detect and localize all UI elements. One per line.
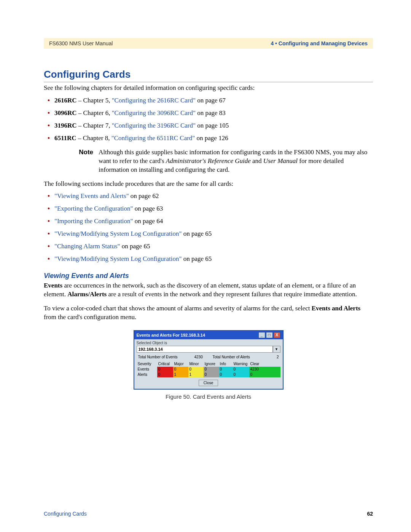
- ip-select[interactable]: 192.168.3.14: [137, 346, 273, 353]
- window-title: Events and Alerts For 192.168.3.14: [137, 333, 206, 337]
- card-list: 2616RC – Chapter 5, "Configuring the 261…: [44, 96, 373, 143]
- total-alerts-value: 2: [260, 354, 280, 360]
- note-body: Although this guide supplies basic infor…: [99, 148, 373, 174]
- dropdown-icon[interactable]: ▼: [273, 346, 280, 353]
- header-row: Severity Critical Major Minor Ignore Inf…: [137, 361, 280, 367]
- xref-link[interactable]: "Exporting the Configuration": [54, 205, 133, 212]
- list-item: "Viewing/Modifying System Log Configurat…: [54, 255, 373, 264]
- xref-link[interactable]: "Importing the Configuration": [54, 217, 133, 225]
- chapter-title: 4 • Configuring and Managing Devices: [271, 40, 368, 46]
- figure: Events and Alerts For 192.168.3.14 _ □ X…: [44, 330, 373, 400]
- procedures-intro: The following sections include procedure…: [44, 180, 373, 189]
- total-events-value: 4230: [193, 354, 211, 360]
- list-item: "Importing the Configuration" on page 64: [54, 217, 373, 226]
- maximize-icon[interactable]: □: [266, 332, 273, 338]
- severity-grid: Severity Critical Major Minor Ignore Inf…: [137, 361, 280, 377]
- list-item: 3096RC – Chapter 6, "Configuring the 309…: [54, 109, 373, 118]
- xref-link[interactable]: "Configuring the 3096RC Card": [112, 109, 196, 117]
- minimize-icon[interactable]: _: [258, 332, 265, 338]
- xref-link[interactable]: "Viewing/Modifying System Log Configurat…: [54, 230, 182, 237]
- totals-row: Total Number of Events 4230 Total Number…: [137, 354, 280, 360]
- selected-object-label: Selected Object is: [137, 341, 280, 345]
- xref-link[interactable]: "Configuring the 3196RC Card": [112, 122, 196, 129]
- xref-link[interactable]: "Configuring the 6511RC Card": [112, 134, 195, 142]
- paragraph: Events are occurrences in the network, s…: [44, 281, 373, 299]
- procedure-list: "Viewing Events and Alerts" on page 62 "…: [44, 192, 373, 264]
- page-header: FS6300 NMS User Manual 4 • Configuring a…: [44, 38, 373, 49]
- note-label: Note: [67, 148, 99, 174]
- page-number: 62: [367, 511, 373, 517]
- list-item: "Exporting the Configuration" on page 63: [54, 204, 373, 213]
- xref-link[interactable]: "Viewing/Modifying System Log Configurat…: [54, 255, 182, 262]
- list-item: 2616RC – Chapter 5, "Configuring the 261…: [54, 96, 373, 105]
- footer-section: Configuring Cards: [44, 511, 87, 517]
- list-item: 3196RC – Chapter 7, "Configuring the 319…: [54, 121, 373, 130]
- events-alerts-window: Events and Alerts For 192.168.3.14 _ □ X…: [134, 330, 284, 390]
- total-alerts-label: Total Number of Alerts: [211, 354, 260, 360]
- total-events-label: Total Number of Events: [137, 354, 193, 360]
- xref-link[interactable]: "Configuring the 2616RC Card": [112, 97, 196, 104]
- page-footer: Configuring Cards 62: [44, 511, 373, 517]
- list-item: "Viewing/Modifying System Log Configurat…: [54, 230, 373, 238]
- list-item: "Changing Alarm Status" on page 65: [54, 242, 373, 251]
- close-button[interactable]: Close: [199, 380, 218, 386]
- xref-link[interactable]: "Changing Alarm Status": [54, 243, 120, 250]
- list-item: "Viewing Events and Alerts" on page 62: [54, 192, 373, 201]
- events-row: Events 0 0 0 0 0 0 4230: [137, 367, 280, 372]
- close-icon[interactable]: X: [274, 332, 280, 338]
- figure-caption: Figure 50. Card Events and Alerts: [166, 393, 251, 400]
- note-block: Note Although this guide supplies basic …: [67, 148, 373, 174]
- paragraph: To view a color-coded chart that shows t…: [44, 304, 373, 322]
- doc-title: FS6300 NMS User Manual: [49, 40, 113, 46]
- alerts-row: Alerts 0 1 1 0 0 0 0: [137, 372, 280, 377]
- window-titlebar: Events and Alerts For 192.168.3.14 _ □ X: [134, 331, 283, 339]
- subsection-heading: Viewing Events and Alerts: [44, 272, 373, 280]
- section-heading: Configuring Cards: [44, 69, 373, 82]
- xref-link[interactable]: "Viewing Events and Alerts": [54, 192, 129, 200]
- list-item: 6511RC – Chapter 8, "Configuring the 651…: [54, 134, 373, 143]
- intro-text: See the following chapters for detailed …: [44, 84, 373, 93]
